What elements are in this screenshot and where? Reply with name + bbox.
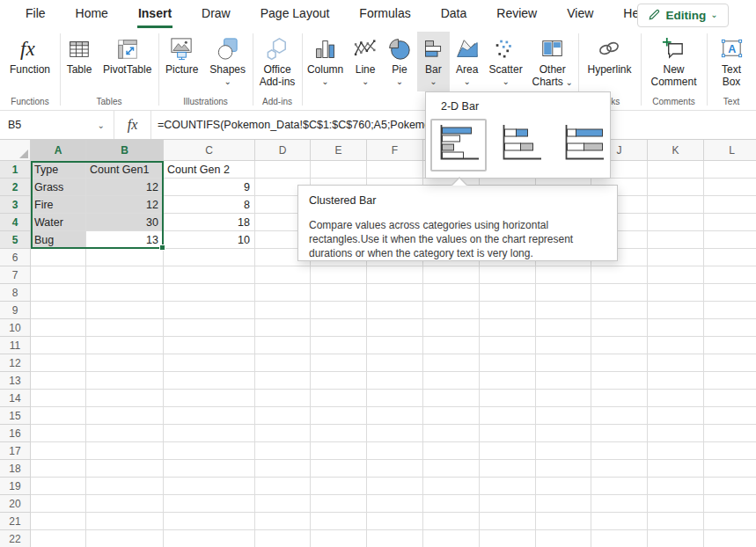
row-header-11[interactable]: 11 (0, 337, 31, 354)
cell-K7[interactable] (648, 266, 704, 284)
cell-G9[interactable] (423, 302, 480, 319)
column-header-A[interactable]: A (31, 140, 86, 161)
cell-E12[interactable] (311, 354, 367, 372)
cell-I16[interactable] (536, 425, 591, 442)
row-header-16[interactable]: 16 (0, 425, 31, 442)
cell-H12[interactable] (480, 354, 536, 372)
cell-G13[interactable] (423, 372, 480, 390)
cell-H8[interactable] (480, 284, 536, 302)
column-header-B[interactable]: B (86, 140, 164, 161)
cell-K21[interactable] (648, 513, 704, 530)
cell-K2[interactable] (648, 179, 704, 196)
cell-D11[interactable] (255, 337, 311, 354)
cell-L2[interactable] (704, 179, 756, 196)
cell-F21[interactable] (367, 513, 423, 530)
cell-E20[interactable] (311, 495, 367, 513)
cell-K1[interactable] (648, 161, 704, 179)
cell-D17[interactable] (255, 442, 311, 460)
column-header-D[interactable]: D (255, 140, 311, 161)
cell-G16[interactable] (423, 425, 480, 442)
cell-I22[interactable] (536, 530, 591, 547)
row-header-12[interactable]: 12 (0, 354, 31, 372)
cell-K15[interactable] (648, 407, 704, 425)
cell-F18[interactable] (367, 460, 423, 478)
pivottable-button[interactable]: PivotTable (99, 32, 156, 88)
cell-H9[interactable] (480, 302, 536, 319)
cell-C15[interactable] (164, 407, 255, 425)
cell-G19[interactable] (423, 478, 480, 495)
cell-K12[interactable] (648, 354, 704, 372)
cell-J13[interactable] (591, 372, 648, 390)
area-button[interactable]: Area⌄ (451, 32, 484, 88)
cell-D22[interactable] (255, 530, 311, 547)
cell-F20[interactable] (367, 495, 423, 513)
cell-H19[interactable] (480, 478, 536, 495)
cell-B19[interactable] (86, 478, 164, 495)
cell-E14[interactable] (311, 390, 367, 407)
cell-B18[interactable] (86, 460, 164, 478)
cell-L13[interactable] (704, 372, 756, 390)
cell-B22[interactable] (86, 530, 164, 547)
cell-K20[interactable] (648, 495, 704, 513)
cell-D16[interactable] (255, 425, 311, 442)
cell-H15[interactable] (480, 407, 536, 425)
cell-L18[interactable] (704, 460, 756, 478)
cell-G18[interactable] (423, 460, 480, 478)
cell-K10[interactable] (648, 319, 704, 337)
cell-J17[interactable] (591, 442, 648, 460)
cell-F10[interactable] (367, 319, 423, 337)
fill-handle[interactable] (159, 244, 165, 251)
row-header-3[interactable]: 3 (0, 196, 31, 214)
cell-J11[interactable] (591, 337, 648, 354)
menu-tab-page-layout[interactable]: Page Layout (246, 0, 345, 29)
cell-E15[interactable] (311, 407, 367, 425)
cell-D20[interactable] (255, 495, 311, 513)
other-charts-button[interactable]: OtherCharts ⌄ (528, 32, 578, 88)
cell-C6[interactable] (164, 249, 255, 266)
cell-A21[interactable] (31, 513, 86, 530)
cell-C10[interactable] (164, 319, 255, 337)
cell-G11[interactable] (423, 337, 480, 354)
cell-D7[interactable] (255, 266, 311, 284)
cell-C2[interactable]: 9 (164, 179, 255, 196)
cell-C12[interactable] (164, 354, 255, 372)
cell-F8[interactable] (367, 284, 423, 302)
cell-E18[interactable] (311, 460, 367, 478)
row-header-20[interactable]: 20 (0, 495, 31, 513)
cell-H14[interactable] (480, 390, 536, 407)
cell-A15[interactable] (31, 407, 86, 425)
cell-B14[interactable] (86, 390, 164, 407)
cell-H7[interactable] (480, 266, 536, 284)
column-header-K[interactable]: K (648, 140, 704, 161)
row-header-21[interactable]: 21 (0, 513, 31, 530)
cell-B20[interactable] (86, 495, 164, 513)
scatter-button[interactable]: Scatter⌄ (485, 32, 527, 88)
row-header-7[interactable]: 7 (0, 266, 31, 284)
column-button[interactable]: Column⌄ (303, 32, 348, 88)
cell-L20[interactable] (704, 495, 756, 513)
cell-L21[interactable] (704, 513, 756, 530)
cell-D19[interactable] (255, 478, 311, 495)
cell-J12[interactable] (591, 354, 648, 372)
cell-E11[interactable] (311, 337, 367, 354)
cell-J8[interactable] (591, 284, 648, 302)
cell-J9[interactable] (591, 302, 648, 319)
cell-F14[interactable] (367, 390, 423, 407)
cell-G15[interactable] (423, 407, 480, 425)
row-header-19[interactable]: 19 (0, 478, 31, 495)
cell-L22[interactable] (704, 530, 756, 547)
cell-L3[interactable] (704, 196, 756, 214)
cell-K3[interactable] (648, 196, 704, 214)
cell-G22[interactable] (423, 530, 480, 547)
cell-B16[interactable] (86, 425, 164, 442)
cell-C4[interactable]: 18 (164, 214, 255, 231)
cell-K19[interactable] (648, 478, 704, 495)
cell-K5[interactable] (648, 231, 704, 249)
name-box[interactable]: B5 ⌄ (0, 111, 114, 139)
cell-D9[interactable] (255, 302, 311, 319)
cell-A4[interactable]: Water (31, 214, 86, 231)
cell-A1[interactable]: Type (31, 161, 86, 179)
cell-E8[interactable] (311, 284, 367, 302)
cell-F12[interactable] (367, 354, 423, 372)
cell-J15[interactable] (591, 407, 648, 425)
